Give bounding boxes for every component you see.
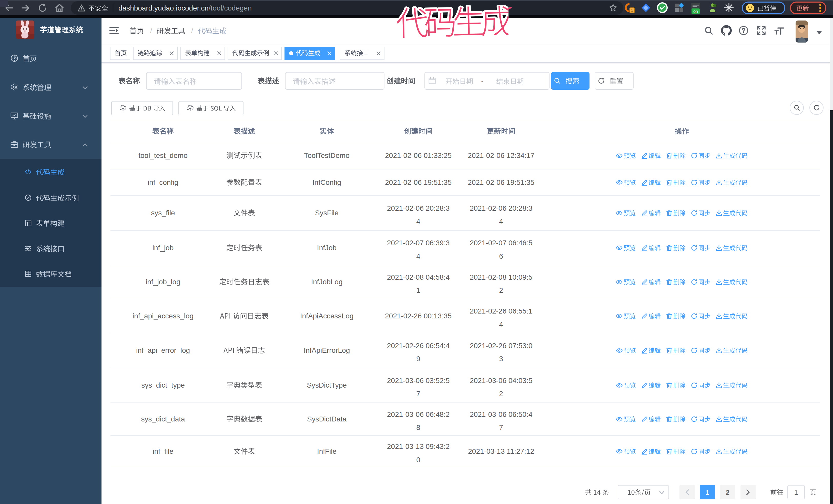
svg-text:1: 1 [631,8,633,13]
svg-text:on: on [693,9,698,14]
